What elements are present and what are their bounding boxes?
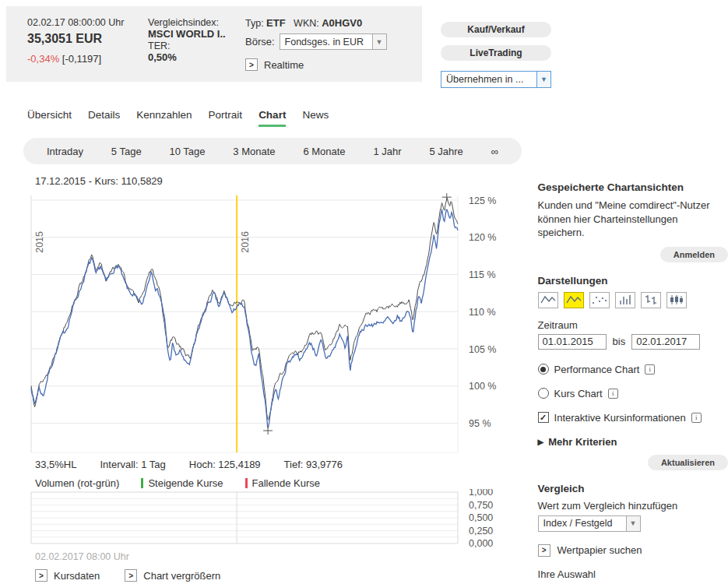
zeitraum-label: Zeitraum	[538, 319, 728, 331]
range-6-monate[interactable]: 6 Monate	[303, 146, 345, 157]
volume-label: Volumen (rot-grün)	[35, 477, 119, 489]
quote-change-percent: -0,34%	[27, 53, 59, 65]
vergleich-select-value: Index / Festgeld	[539, 518, 626, 529]
arrow-right-icon[interactable]: >	[245, 58, 258, 71]
kauf-verkauf-button[interactable]: Kauf/Verkauf	[441, 22, 551, 37]
tab-news[interactable]: News	[302, 109, 329, 127]
kursdaten-link[interactable]: > Kursdaten	[35, 569, 100, 582]
boerse-select-value: Fondsges. in EUR	[280, 37, 372, 47]
zeitraum-to-input[interactable]	[631, 334, 700, 350]
performance-chart[interactable]: 125 %120 %115 %110 %105 %100 %95 %201520…	[23, 189, 538, 457]
saved-views-text: Kunden und "Meine comdirect"-Nutzer könn…	[538, 199, 723, 240]
wkn-value: A0HGV0	[322, 17, 362, 29]
realtime-link[interactable]: Realtime	[264, 59, 304, 71]
quote-timestamp: 02.02.17 08:00:00 Uhr	[27, 17, 148, 28]
performance-chart-label: Performance Chart	[554, 364, 640, 375]
info-icon[interactable]: i	[691, 413, 702, 423]
up-bar-icon	[141, 478, 143, 488]
ter-value: 0,50%	[148, 51, 245, 63]
mehr-kriterien-toggle[interactable]: ▶ Mehr Kriterien	[538, 436, 728, 448]
tab-uebersicht[interactable]: Übersicht	[27, 109, 72, 127]
interaktiv-checkbox[interactable]: ✓	[538, 412, 549, 423]
chart-area: 17.12.2015 - Kurs: 110,5829 125 %120 %11…	[23, 172, 538, 584]
svg-text:0,000: 0,000	[469, 538, 493, 548]
uebernehmen-select[interactable]: Übernehmen in ... ▼	[441, 71, 551, 88]
info-icon[interactable]: i	[608, 389, 618, 399]
bis-label: bis	[613, 336, 626, 347]
arrow-right-icon: >	[125, 569, 137, 582]
svg-text:2016: 2016	[240, 231, 251, 253]
line-chart-icon[interactable]	[538, 292, 558, 308]
quote-price: 35,3051 EUR	[27, 32, 148, 46]
arrow-right-icon: >	[538, 544, 550, 557]
triangle-right-icon: ▶	[538, 438, 544, 446]
chevron-down-icon: ▼	[372, 34, 386, 49]
interaktiv-label: Interaktive Kursinformationen	[554, 412, 686, 424]
svg-text:115 %: 115 %	[469, 269, 496, 280]
boerse-label: Börse:	[245, 36, 275, 47]
livetrading-button[interactable]: LiveTrading	[441, 45, 551, 61]
stat-tief: Tief: 93,9776	[284, 459, 343, 470]
vergleichsindex-value: MSCI WORLD I..	[148, 28, 245, 40]
svg-text:0,250: 0,250	[469, 526, 493, 537]
darstellungen-title: Darstellungen	[538, 275, 728, 287]
vergleich-select[interactable]: Index / Festgeld ▼	[538, 515, 641, 532]
chart-vergroessern-link[interactable]: > Chart vergrößern	[125, 569, 220, 582]
vergleichsindex-label: Vergleichsindex:	[148, 17, 245, 28]
volume-chart: 1,0000,7500,5000,2500,000	[23, 489, 538, 548]
svg-text:95 %: 95 %	[469, 418, 491, 429]
range-1-jahr[interactable]: 1 Jahr	[373, 146, 401, 157]
wertpapier-suchen-label: Wertpapier suchen	[557, 544, 642, 556]
ter-label: TER:	[148, 40, 245, 51]
wertpapier-suchen-link[interactable]: > Wertpapier suchen	[538, 544, 728, 557]
stat-hoch: Hoch: 125,4189	[189, 459, 261, 470]
chart-settings-sidebar: Gespeicherte Chartansichten Kunden und "…	[538, 172, 728, 584]
down-bar-icon	[245, 478, 248, 488]
stat-hl: 33,5%HL	[35, 459, 76, 470]
kurs-chart-radio[interactable]	[538, 388, 549, 399]
zeitraum-from-input[interactable]	[538, 334, 607, 350]
chart-footer-timestamp: 02.02.2017 08:00 Uhr	[35, 551, 538, 562]
range-intraday[interactable]: Intraday	[47, 146, 83, 157]
boerse-select[interactable]: Fondsges. in EUR ▼	[280, 33, 387, 50]
svg-text:0,750: 0,750	[469, 500, 493, 511]
ohlc-chart-icon[interactable]	[641, 292, 661, 308]
chart-hover-info: 17.12.2015 - Kurs: 110,5829	[35, 175, 538, 187]
anmelden-button[interactable]: Anmelden	[660, 247, 728, 262]
quote-box: 02.02.17 08:00:00 Uhr 35,3051 EUR -0,34%…	[6, 6, 422, 82]
candlestick-chart-icon[interactable]	[666, 292, 687, 308]
kurs-chart-label: Kurs Chart	[554, 388, 603, 399]
quote-change-absolute: [-0,1197]	[62, 53, 101, 65]
typ-value: ETF	[266, 17, 286, 29]
mehr-kriterien-label: Mehr Kriterien	[548, 436, 617, 448]
kursdaten-link-label: Kursdaten	[54, 570, 100, 582]
info-icon[interactable]: i	[645, 364, 655, 375]
svg-text:120 %: 120 %	[469, 232, 496, 243]
bars-chart-icon[interactable]	[615, 292, 635, 308]
svg-text:2015: 2015	[34, 231, 45, 253]
time-range-bar: Intraday 5 Tage 10 Tage 3 Monate 6 Monat…	[23, 138, 522, 164]
arrow-right-icon: >	[35, 569, 47, 582]
svg-text:0,500: 0,500	[469, 512, 493, 523]
stat-intervall: Intervall: 1 Tag	[100, 459, 165, 470]
dots-chart-icon[interactable]	[589, 292, 610, 308]
ihre-auswahl-label: Ihre Auswahl	[538, 568, 728, 580]
aktualisieren-button[interactable]: Aktualisieren	[648, 455, 728, 470]
range-max[interactable]: ∞	[491, 146, 498, 157]
tab-details[interactable]: Details	[88, 109, 120, 127]
tab-kennzahlen[interactable]: Kennzahlen	[136, 109, 192, 127]
chevron-down-icon: ▼	[536, 72, 550, 87]
vergleich-title: Vergleich	[538, 483, 728, 494]
range-5-jahre[interactable]: 5 Jahre	[429, 146, 462, 157]
performance-chart-radio[interactable]	[538, 364, 549, 375]
tab-portrait[interactable]: Portrait	[209, 109, 243, 127]
mountain-chart-icon[interactable]	[564, 292, 584, 308]
range-5-tage[interactable]: 5 Tage	[111, 146, 142, 157]
svg-text:105 %: 105 %	[469, 344, 496, 355]
vergleich-add-label: Wert zum Vergleich hinzufügen	[538, 500, 728, 512]
range-3-monate[interactable]: 3 Monate	[233, 146, 275, 157]
svg-text:100 %: 100 %	[469, 381, 496, 392]
typ-label: Typ:	[245, 18, 264, 29]
range-10-tage[interactable]: 10 Tage	[169, 146, 205, 157]
tab-chart[interactable]: Chart	[258, 109, 286, 127]
